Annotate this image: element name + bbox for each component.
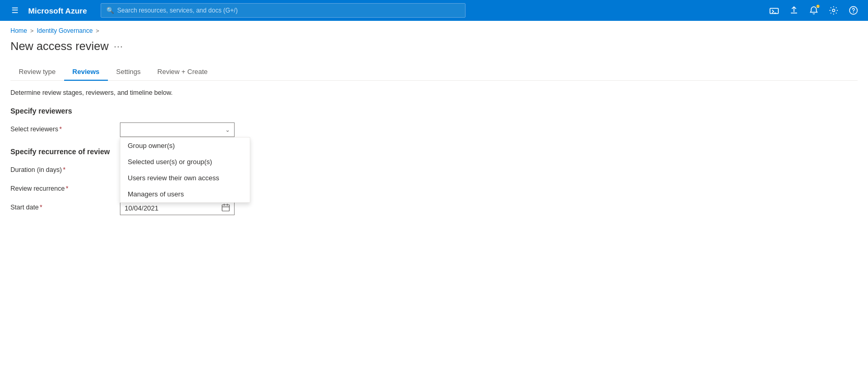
select-reviewers-menu: Group owner(s) Selected user(s) or group… — [120, 137, 250, 203]
select-reviewers-dropdown[interactable]: ⌄ — [120, 122, 235, 137]
notifications-icon[interactable]: 1 — [805, 2, 822, 19]
svg-point-4 — [853, 12, 854, 13]
start-date-input-wrapper — [120, 201, 235, 215]
app-title: Microsoft Azure — [28, 6, 87, 15]
topbar-icons: 1 — [766, 2, 862, 19]
select-reviewers-dropdown-container: ⌄ Group owner(s) Selected user(s) or gro… — [120, 122, 235, 137]
tab-review-type[interactable]: Review type — [10, 64, 64, 81]
select-reviewers-label: Select reviewers* — [10, 122, 115, 133]
breadcrumb-identity-governance[interactable]: Identity Governance — [36, 27, 92, 34]
breadcrumb: Home > Identity Governance > — [10, 27, 858, 34]
page-title: New access review — [10, 40, 108, 53]
dropdown-option-self-review[interactable]: Users review their own access — [120, 170, 250, 186]
main-content: Home > Identity Governance > New access … — [0, 21, 868, 372]
tabs: Review type Reviews Settings Review + Cr… — [10, 64, 858, 81]
recurrence-label: Review recurrence* — [10, 182, 115, 192]
cloud-shell-icon[interactable] — [766, 2, 783, 19]
start-date-label: Start date* — [10, 201, 115, 211]
dropdown-option-selected-users[interactable]: Selected user(s) or group(s) — [120, 154, 250, 170]
search-bar: 🔍 — [101, 3, 466, 18]
select-reviewers-row: Select reviewers* ⌄ Group owner(s) Selec… — [10, 122, 858, 137]
chevron-down-icon: ⌄ — [225, 127, 230, 133]
select-reviewers-required: * — [59, 126, 62, 133]
upload-icon[interactable] — [786, 2, 802, 19]
svg-point-2 — [833, 9, 835, 12]
settings-icon[interactable] — [825, 2, 842, 19]
hamburger-menu-icon[interactable]: ☰ — [6, 2, 23, 19]
svg-rect-5 — [222, 205, 229, 211]
start-date-row: Start date* — [10, 201, 858, 215]
search-icon: 🔍 — [106, 7, 114, 14]
tab-settings[interactable]: Settings — [108, 64, 149, 81]
page-title-row: New access review ··· — [10, 40, 858, 53]
dropdown-option-group-owners[interactable]: Group owner(s) — [120, 138, 250, 154]
search-input[interactable] — [117, 7, 460, 14]
form-description: Determine review stages, reviewers, and … — [10, 89, 858, 96]
specify-reviewers-section: Specify reviewers Select reviewers* ⌄ Gr… — [10, 107, 858, 137]
breadcrumb-separator-1: > — [30, 28, 33, 34]
help-icon[interactable] — [845, 2, 862, 19]
start-date-input[interactable] — [125, 204, 222, 212]
topbar: ☰ Microsoft Azure 🔍 1 — [0, 0, 868, 21]
calendar-icon[interactable] — [222, 203, 230, 213]
tab-review-create[interactable]: Review + Create — [149, 64, 216, 81]
breadcrumb-home[interactable]: Home — [10, 27, 27, 34]
breadcrumb-separator-2: > — [96, 28, 99, 34]
specify-reviewers-title: Specify reviewers — [10, 107, 858, 115]
page-menu-button[interactable]: ··· — [114, 41, 123, 52]
notification-badge: 1 — [816, 4, 820, 8]
tab-reviews[interactable]: Reviews — [64, 64, 108, 81]
dropdown-option-managers[interactable]: Managers of users — [120, 186, 250, 202]
duration-label: Duration (in days)* — [10, 163, 115, 173]
